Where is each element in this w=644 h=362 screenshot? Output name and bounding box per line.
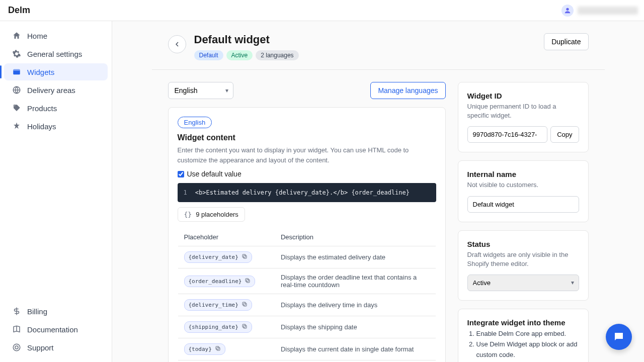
svg-rect-10 [244,303,247,306]
status-select[interactable]: Active [467,275,579,291]
use-default-checkbox-row[interactable]: Use default value [178,170,436,178]
braces-icon: {} [184,211,192,218]
support-icon [12,343,21,352]
table-row: {delivery_time}Displays the delivery tim… [178,294,436,316]
integrate-title: Integrate widget into theme [467,318,579,327]
language-chip: English [178,117,212,128]
internal-name-input[interactable] [467,196,579,213]
copy-icon[interactable] [242,253,248,261]
user-name-obscured [578,7,638,15]
main-content: Default widget Default Active 2 language… [112,21,644,362]
table-row: {country_name}Displays the visitor count… [178,360,436,363]
svg-point-5 [15,346,18,349]
placeholder-desc: Displays the estimated delivery date [275,246,436,268]
holidays-icon [12,122,21,131]
svg-rect-6 [244,255,247,258]
duplicate-button[interactable]: Duplicate [544,33,588,50]
placeholder-desc: Displays the order deadline text that co… [275,268,436,294]
svg-rect-13 [243,324,246,327]
placeholder-desc: Displays the current date in single date… [275,338,436,360]
status-card: Status Draft widgets are only visible in… [458,230,589,301]
integrate-card: Integrate widget into theme Enable Delm … [458,309,589,362]
placeholder-count-bar[interactable]: {} 9 placeholders [178,207,245,222]
brand-name: Delm [8,5,30,16]
sidebar-item-home[interactable]: Home [4,27,108,44]
sidebar-item-label: Documentation [27,325,78,334]
dollar-icon [12,307,21,316]
sidebar-item-delivery[interactable]: Delivery areas [4,81,108,99]
placeholder-tag[interactable]: {delivery_date} [184,251,252,263]
sidebar-item-label: Delivery areas [27,86,75,95]
sidebar-item-products[interactable]: Products [4,100,108,117]
placeholder-desc: Displays the visitor country name [275,360,436,363]
sidebar-item-general[interactable]: General settings [4,45,108,62]
placeholder-tag[interactable]: {order_deadline} [184,276,256,287]
svg-rect-11 [243,302,246,305]
sidebar-item-label: Holidays [27,122,56,131]
svg-rect-9 [246,279,249,282]
use-default-checkbox[interactable] [178,171,184,177]
sidebar-item-widgets[interactable]: Widgets [4,63,108,80]
badge-active: Active [226,50,253,60]
sidebar-item-billing[interactable]: Billing [4,303,108,320]
integrate-step-2: Use Delm Widget app block or add custom … [476,339,579,360]
placeholder-tag[interactable]: {today} [184,343,225,355]
widget-id-input[interactable] [467,126,548,143]
table-row: {order_deadline}Displays the order deadl… [178,268,436,294]
integrate-step-1: Enable Delm Core app embed. [476,329,579,339]
widget-id-title: Widget ID [467,92,579,100]
copy-icon[interactable] [242,301,248,309]
copy-icon[interactable] [242,323,248,331]
widget-id-card: Widget ID Unique permanent ID to load a … [458,82,589,152]
card-description: Enter the content you want to display in… [178,145,436,165]
svg-rect-8 [247,280,250,283]
home-icon [12,31,21,40]
status-sub: Draft widgets are only visible in the Sh… [467,250,579,268]
placeholder-tag[interactable]: {shipping_date} [184,321,252,333]
chat-fab[interactable] [606,324,632,350]
svg-rect-12 [244,325,247,328]
gear-icon [12,49,21,58]
copy-icon[interactable] [215,345,221,353]
badge-default: Default [194,50,223,60]
globe-icon [12,85,21,95]
internal-name-card: Internal name Not visible to customers. [458,160,589,222]
line-number: 1 [184,189,187,196]
tag-icon [12,104,21,113]
sidebar-item-label: General settings [27,50,82,58]
sidebar-item-label: Home [27,32,47,40]
card-heading: Widget content [178,133,436,142]
table-row: {today}Displays the current date in sing… [178,338,436,360]
user-area[interactable] [561,5,638,17]
manage-languages-button[interactable]: Manage languages [370,82,445,99]
sidebar-item-label: Widgets [27,68,54,76]
table-row: {delivery_date}Displays the estimated de… [178,246,436,268]
sidebar-item-docs[interactable]: Documentation [4,321,108,338]
badge-languages: 2 languages [256,50,298,60]
widget-id-sub: Unique permanent ID to load a specific w… [467,102,579,120]
placeholder-desc: Displays the shipping date [275,316,436,338]
placeholder-tag[interactable]: {delivery_time} [184,299,252,311]
chat-icon [613,331,625,343]
use-default-label: Use default value [187,170,242,178]
svg-point-0 [566,8,569,10]
sidebar-item-holidays[interactable]: Holidays [4,118,108,135]
back-button[interactable] [168,35,186,53]
arrow-left-icon [173,40,181,48]
placeholder-desc: Displays the delivery time in days [275,294,436,316]
sidebar-item-label: Support [27,343,54,352]
svg-rect-15 [216,346,219,349]
placeholder-table: Placeholder Description {delivery_date}D… [178,228,436,362]
page-title: Default widget [194,33,536,46]
svg-rect-2 [13,69,20,71]
language-select[interactable]: English [168,82,233,99]
brand-logo[interactable]: Delm [6,5,30,16]
widgets-icon [12,67,21,76]
sidebar-item-support[interactable]: Support [4,339,108,356]
copy-icon[interactable] [245,278,251,285]
copy-button[interactable]: Copy [550,126,579,143]
code-editor[interactable]: 1 <b>Estimated delivery {delivery_date}.… [178,183,436,202]
svg-point-4 [13,344,20,351]
code-content: <b>Estimated delivery {delivery_date}.</… [195,189,410,196]
internal-name-sub: Not visible to customers. [467,180,579,190]
